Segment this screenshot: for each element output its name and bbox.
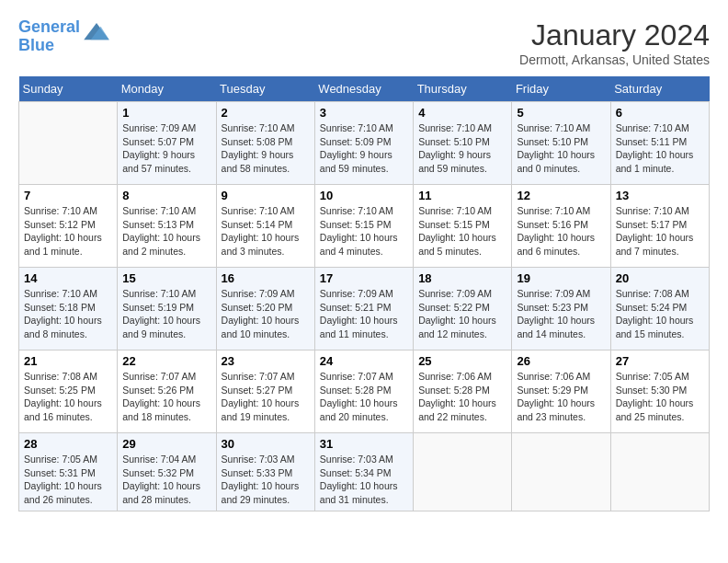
calendar-week-5: 28Sunrise: 7:05 AMSunset: 5:31 PMDayligh… <box>19 433 710 511</box>
cell-sun-info: Sunrise: 7:08 AMSunset: 5:24 PMDaylight:… <box>616 287 704 341</box>
cell-sun-info: Sunrise: 7:05 AMSunset: 5:30 PMDaylight:… <box>616 370 704 424</box>
location: Dermott, Arkansas, United States <box>519 52 710 67</box>
calendar-cell: 21Sunrise: 7:08 AMSunset: 5:25 PMDayligh… <box>19 350 118 433</box>
day-number: 14 <box>24 271 112 285</box>
cell-sun-info: Sunrise: 7:07 AMSunset: 5:26 PMDaylight:… <box>122 370 210 424</box>
calendar-cell: 28Sunrise: 7:05 AMSunset: 5:31 PMDayligh… <box>19 433 118 511</box>
calendar-cell <box>610 433 709 511</box>
calendar-cell: 2Sunrise: 7:10 AMSunset: 5:08 PMDaylight… <box>216 102 314 185</box>
day-header-friday: Friday <box>512 76 610 102</box>
cell-sun-info: Sunrise: 7:06 AMSunset: 5:29 PMDaylight:… <box>517 370 605 424</box>
day-header-wednesday: Wednesday <box>314 76 413 102</box>
cell-sun-info: Sunrise: 7:10 AMSunset: 5:13 PMDaylight:… <box>122 204 210 259</box>
calendar-cell: 24Sunrise: 7:07 AMSunset: 5:28 PMDayligh… <box>314 350 413 433</box>
day-number: 20 <box>616 271 704 285</box>
logo-icon <box>84 23 109 43</box>
calendar-cell: 26Sunrise: 7:06 AMSunset: 5:29 PMDayligh… <box>512 350 610 433</box>
day-number: 18 <box>418 271 506 285</box>
calendar-cell: 20Sunrise: 7:08 AMSunset: 5:24 PMDayligh… <box>610 268 709 350</box>
cell-sun-info: Sunrise: 7:04 AMSunset: 5:32 PMDaylight:… <box>122 453 210 507</box>
day-number: 21 <box>24 354 112 368</box>
calendar-cell: 25Sunrise: 7:06 AMSunset: 5:28 PMDayligh… <box>414 350 512 433</box>
day-number: 7 <box>24 189 112 202</box>
calendar-cell: 19Sunrise: 7:09 AMSunset: 5:23 PMDayligh… <box>512 268 610 350</box>
day-number: 15 <box>122 271 210 285</box>
cell-sun-info: Sunrise: 7:05 AMSunset: 5:31 PMDaylight:… <box>24 453 112 507</box>
day-number: 10 <box>320 189 408 202</box>
calendar-cell: 3Sunrise: 7:10 AMSunset: 5:09 PMDaylight… <box>314 102 413 185</box>
day-header-tuesday: Tuesday <box>216 76 314 102</box>
calendar-week-3: 14Sunrise: 7:10 AMSunset: 5:18 PMDayligh… <box>19 268 710 350</box>
day-number: 30 <box>222 437 310 451</box>
day-number: 31 <box>320 437 408 451</box>
calendar-cell: 18Sunrise: 7:09 AMSunset: 5:22 PMDayligh… <box>414 268 512 350</box>
calendar-cell: 7Sunrise: 7:10 AMSunset: 5:12 PMDaylight… <box>19 185 118 268</box>
day-number: 29 <box>122 437 210 451</box>
calendar-cell: 4Sunrise: 7:10 AMSunset: 5:10 PMDaylight… <box>414 102 512 185</box>
day-number: 24 <box>320 354 408 368</box>
calendar-cell: 16Sunrise: 7:09 AMSunset: 5:20 PMDayligh… <box>216 268 314 350</box>
cell-sun-info: Sunrise: 7:10 AMSunset: 5:10 PMDaylight:… <box>418 121 506 176</box>
day-header-sunday: Sunday <box>19 76 118 102</box>
cell-sun-info: Sunrise: 7:10 AMSunset: 5:10 PMDaylight:… <box>517 121 605 176</box>
cell-sun-info: Sunrise: 7:07 AMSunset: 5:28 PMDaylight:… <box>320 370 408 424</box>
cell-sun-info: Sunrise: 7:07 AMSunset: 5:27 PMDaylight:… <box>222 370 310 424</box>
cell-sun-info: Sunrise: 7:10 AMSunset: 5:17 PMDaylight:… <box>616 204 704 259</box>
calendar-cell: 14Sunrise: 7:10 AMSunset: 5:18 PMDayligh… <box>19 268 118 350</box>
day-number: 3 <box>320 106 408 120</box>
day-header-saturday: Saturday <box>610 76 709 102</box>
day-number: 16 <box>222 271 310 285</box>
logo: General Blue <box>18 18 109 55</box>
day-number: 23 <box>222 354 310 368</box>
calendar-cell: 23Sunrise: 7:07 AMSunset: 5:27 PMDayligh… <box>216 350 314 433</box>
cell-sun-info: Sunrise: 7:10 AMSunset: 5:14 PMDaylight:… <box>222 204 310 259</box>
cell-sun-info: Sunrise: 7:10 AMSunset: 5:15 PMDaylight:… <box>418 204 506 259</box>
day-number: 19 <box>517 271 605 285</box>
calendar-cell: 27Sunrise: 7:05 AMSunset: 5:30 PMDayligh… <box>610 350 709 433</box>
day-number: 22 <box>122 354 210 368</box>
cell-sun-info: Sunrise: 7:10 AMSunset: 5:15 PMDaylight:… <box>320 204 408 259</box>
cell-sun-info: Sunrise: 7:09 AMSunset: 5:21 PMDaylight:… <box>320 287 408 341</box>
calendar-cell: 15Sunrise: 7:10 AMSunset: 5:19 PMDayligh… <box>118 268 216 350</box>
calendar-cell <box>512 433 610 511</box>
cell-sun-info: Sunrise: 7:10 AMSunset: 5:08 PMDaylight:… <box>222 121 310 176</box>
day-number: 25 <box>418 354 506 368</box>
cell-sun-info: Sunrise: 7:03 AMSunset: 5:34 PMDaylight:… <box>320 453 408 507</box>
cell-sun-info: Sunrise: 7:09 AMSunset: 5:23 PMDaylight:… <box>517 287 605 341</box>
calendar-cell: 12Sunrise: 7:10 AMSunset: 5:16 PMDayligh… <box>512 185 610 268</box>
logo-text: General Blue <box>18 18 80 55</box>
cell-sun-info: Sunrise: 7:08 AMSunset: 5:25 PMDaylight:… <box>24 370 112 424</box>
calendar-cell: 22Sunrise: 7:07 AMSunset: 5:26 PMDayligh… <box>118 350 216 433</box>
calendar-header-row: SundayMondayTuesdayWednesdayThursdayFrid… <box>19 76 710 102</box>
day-number: 28 <box>24 437 112 451</box>
day-header-monday: Monday <box>118 76 216 102</box>
calendar-cell: 10Sunrise: 7:10 AMSunset: 5:15 PMDayligh… <box>314 185 413 268</box>
day-number: 9 <box>222 189 310 202</box>
day-number: 8 <box>122 189 210 202</box>
calendar-week-4: 21Sunrise: 7:08 AMSunset: 5:25 PMDayligh… <box>19 350 710 433</box>
cell-sun-info: Sunrise: 7:09 AMSunset: 5:22 PMDaylight:… <box>418 287 506 341</box>
calendar-cell: 29Sunrise: 7:04 AMSunset: 5:32 PMDayligh… <box>118 433 216 511</box>
month-title: January 2024 <box>519 18 710 52</box>
cell-sun-info: Sunrise: 7:10 AMSunset: 5:12 PMDaylight:… <box>24 204 112 259</box>
calendar-cell: 31Sunrise: 7:03 AMSunset: 5:34 PMDayligh… <box>314 433 413 511</box>
day-number: 1 <box>122 106 210 120</box>
day-number: 2 <box>222 106 310 120</box>
day-number: 27 <box>616 354 704 368</box>
calendar-cell: 5Sunrise: 7:10 AMSunset: 5:10 PMDaylight… <box>512 102 610 185</box>
day-header-thursday: Thursday <box>414 76 512 102</box>
calendar-cell: 9Sunrise: 7:10 AMSunset: 5:14 PMDaylight… <box>216 185 314 268</box>
cell-sun-info: Sunrise: 7:09 AMSunset: 5:20 PMDaylight:… <box>222 287 310 341</box>
day-number: 13 <box>616 189 704 202</box>
day-number: 17 <box>320 271 408 285</box>
calendar-week-1: 1Sunrise: 7:09 AMSunset: 5:07 PMDaylight… <box>19 102 710 185</box>
cell-sun-info: Sunrise: 7:03 AMSunset: 5:33 PMDaylight:… <box>222 453 310 507</box>
title-area: January 2024 Dermott, Arkansas, United S… <box>519 18 710 67</box>
page-header: General Blue January 2024 Dermott, Arkan… <box>18 18 710 67</box>
calendar-cell: 13Sunrise: 7:10 AMSunset: 5:17 PMDayligh… <box>610 185 709 268</box>
day-number: 5 <box>517 106 605 120</box>
calendar-cell: 8Sunrise: 7:10 AMSunset: 5:13 PMDaylight… <box>118 185 216 268</box>
day-number: 11 <box>418 189 506 202</box>
calendar-cell <box>414 433 512 511</box>
calendar-table: SundayMondayTuesdayWednesdayThursdayFrid… <box>18 76 710 511</box>
